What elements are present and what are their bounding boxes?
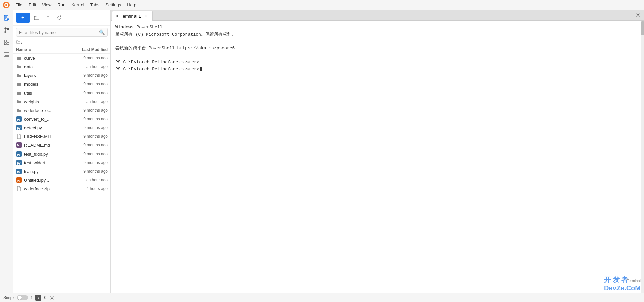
- list-item[interactable]: M README.md 9 months ago: [13, 141, 110, 149]
- svg-text:py: py: [17, 153, 21, 156]
- status-bar: Simple 1 S 0: [0, 293, 644, 302]
- terminal-line: [115, 52, 639, 59]
- file-icon: [16, 81, 22, 87]
- svg-text:M: M: [17, 144, 20, 147]
- status-num2: 0: [44, 295, 46, 300]
- svg-text:py: py: [17, 170, 21, 173]
- terminal-tab-label: Terminal 1: [121, 14, 141, 19]
- file-icon: [16, 72, 22, 78]
- svg-text:py: py: [17, 118, 21, 121]
- list-item[interactable]: models 9 months ago: [13, 80, 110, 88]
- terminal-scrollbar[interactable]: [641, 21, 644, 293]
- status-gear-icon[interactable]: [49, 295, 55, 301]
- list-item[interactable]: py test_fddb.py 9 months ago: [13, 149, 110, 158]
- file-name: layers: [24, 73, 71, 78]
- svg-text:py: py: [17, 161, 21, 165]
- menu-file[interactable]: File: [13, 1, 25, 8]
- file-list-header: Name Last Modified: [13, 46, 110, 54]
- svg-rect-15: [4, 43, 6, 45]
- svg-marker-21: [29, 49, 31, 51]
- list-item[interactable]: widerface_e... 9 months ago: [13, 106, 110, 115]
- file-date: an hour ago: [71, 178, 108, 182]
- settings-icon-right[interactable]: [633, 11, 643, 20]
- file-icon: M: [16, 142, 22, 148]
- svg-rect-16: [7, 43, 9, 45]
- list-item[interactable]: LICENSE.MIT 9 months ago: [13, 132, 110, 141]
- toggle-switch-control[interactable]: [17, 295, 28, 300]
- file-date: 9 months ago: [71, 169, 108, 174]
- breadcrumb: /: [13, 39, 110, 46]
- list-item[interactable]: py train.py 9 months ago: [13, 167, 110, 176]
- file-icon: py: [16, 116, 22, 122]
- file-name: test_fddb.py: [24, 152, 71, 157]
- terminal-content[interactable]: Windows PowerShell版权所有 (C) Microsoft Cor…: [111, 21, 644, 293]
- file-icon: [16, 55, 22, 61]
- scrollbar-thumb[interactable]: [641, 21, 644, 35]
- file-panel: + + 🔍 / Name: [13, 10, 111, 293]
- file-name: train.py: [24, 169, 71, 174]
- file-date: 9 months ago: [71, 117, 108, 121]
- file-icon: ipy: [16, 177, 22, 183]
- list-item[interactable]: py detect.py 9 months ago: [13, 123, 110, 132]
- terminal-area-wrapper: ■ Terminal 1 ✕ Windows PowerShell版权所有 (C…: [111, 10, 644, 293]
- terminal-line: Windows PowerShell: [115, 24, 639, 31]
- file-toolbar: + +: [13, 10, 110, 26]
- icon-bar: [0, 10, 13, 293]
- svg-point-36: [637, 14, 639, 16]
- mode-toggle[interactable]: Simple: [3, 295, 28, 300]
- extensions-icon-btn[interactable]: [1, 37, 12, 48]
- file-name: utils: [24, 90, 71, 96]
- list-item[interactable]: curve 9 months ago: [13, 54, 110, 62]
- file-list: curve 9 months ago data an hour ago laye…: [13, 54, 110, 293]
- file-name: README.md: [24, 143, 71, 148]
- svg-text:ipy: ipy: [17, 179, 20, 182]
- menu-view[interactable]: View: [39, 1, 54, 8]
- search-input[interactable]: [19, 30, 99, 35]
- menu-help[interactable]: Help: [124, 1, 139, 8]
- list-item[interactable]: weights an hour ago: [13, 97, 110, 106]
- svg-point-37: [51, 297, 53, 298]
- terminal-line: [115, 38, 639, 45]
- git-icon-btn[interactable]: [1, 25, 12, 36]
- breadcrumb-path: /: [21, 40, 22, 45]
- menu-kernel[interactable]: Kernel: [69, 1, 87, 8]
- file-name: curve: [24, 56, 71, 61]
- search-box: 🔍: [16, 28, 108, 37]
- status-num1: 1: [31, 295, 33, 300]
- list-item[interactable]: py test_widerf... 9 months ago: [13, 158, 110, 167]
- list-item[interactable]: data an hour ago: [13, 62, 110, 71]
- file-icon: [16, 186, 22, 192]
- file-name: models: [24, 82, 71, 87]
- toggle-thumb: [18, 296, 22, 300]
- menu-run[interactable]: Run: [55, 1, 68, 8]
- menubar: File Edit View Run Kernel Tabs Settings …: [0, 0, 644, 10]
- menu-edit[interactable]: Edit: [26, 1, 39, 8]
- terminal-cursor: [200, 67, 202, 71]
- list-item[interactable]: ipy Untitled.ipy... an hour ago: [13, 176, 110, 184]
- terminal-tab-close[interactable]: ✕: [143, 13, 148, 19]
- file-icon: py: [16, 160, 22, 166]
- terminal-icon: ■: [116, 14, 119, 18]
- upload-button[interactable]: [43, 13, 53, 22]
- main-layout: + + 🔍 / Name: [0, 10, 644, 293]
- refresh-button[interactable]: [55, 13, 64, 22]
- new-button[interactable]: + +: [16, 13, 30, 23]
- toc-icon-btn[interactable]: [1, 49, 12, 60]
- search-icon: 🔍: [99, 29, 105, 35]
- file-date: 9 months ago: [71, 125, 108, 130]
- col-name-header[interactable]: Name: [16, 47, 67, 52]
- menu-tabs[interactable]: Tabs: [88, 1, 102, 8]
- file-icon: [16, 64, 22, 70]
- menu-settings[interactable]: Settings: [103, 1, 124, 8]
- list-item[interactable]: py convert_to_... 9 months ago: [13, 115, 110, 123]
- file-date: 4 hours ago: [71, 186, 108, 191]
- list-item[interactable]: widerface.zip 4 hours ago: [13, 184, 110, 193]
- terminal-cursor-line: PS C:\Pytorch_Retinaface-master>: [115, 66, 639, 73]
- file-date: 9 months ago: [71, 134, 108, 139]
- files-icon-btn[interactable]: [1, 13, 12, 23]
- open-folder-button[interactable]: [32, 13, 41, 22]
- list-item[interactable]: utils 9 months ago: [13, 88, 110, 97]
- list-item[interactable]: layers 9 months ago: [13, 71, 110, 80]
- terminal-tab-1[interactable]: ■ Terminal 1 ✕: [112, 11, 153, 21]
- status-s-icon[interactable]: S: [35, 295, 41, 301]
